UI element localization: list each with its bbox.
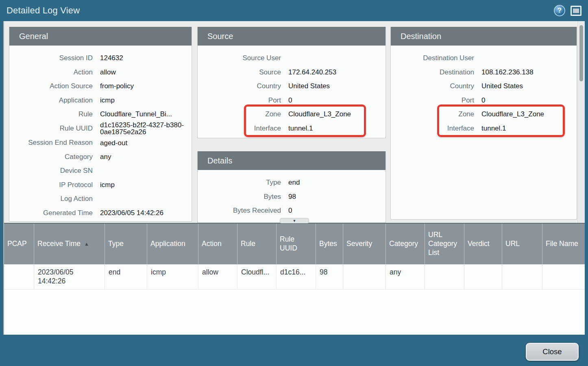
cell-rule-uuid: d1c16... [277, 264, 316, 289]
field-value: 108.162.236.138 [481, 69, 539, 76]
destination-panel-header: Destination [391, 27, 577, 46]
vertical-scrollbar-thumb[interactable] [579, 25, 583, 81]
field-label: Rule UUID [9, 124, 93, 133]
field-value: tunnel.1 [481, 125, 512, 132]
field-label: Bytes Received [198, 207, 281, 215]
field-value: tunnel.1 [288, 125, 319, 132]
log-entries-table: PCAP Receive Time ▲ Type Application Act… [4, 223, 585, 335]
close-button[interactable]: Close [526, 343, 579, 361]
dialog-footer: Close [0, 335, 588, 366]
vertical-scrollbar[interactable] [577, 21, 585, 223]
splitter-handle[interactable]: ▼ [280, 218, 309, 223]
column-header-application[interactable]: Application [147, 224, 198, 264]
column-header-bytes[interactable]: Bytes [316, 224, 343, 264]
column-header-rule-uuid[interactable]: Rule UUID [277, 224, 316, 264]
log-detail-panels-area: General Session ID 124632 Action allow A… [4, 21, 585, 223]
field-label: Port [391, 96, 474, 105]
field-label: Category [9, 153, 93, 161]
table-header-row: PCAP Receive Time ▲ Type Application Act… [4, 223, 585, 264]
column-header-url[interactable]: URL [502, 224, 542, 264]
field-row-source-user: Source User [198, 51, 385, 65]
field-value: allow [100, 69, 122, 76]
column-header-severity[interactable]: Severity [343, 224, 386, 264]
field-label: Destination User [391, 54, 474, 62]
field-row-session-end-reason: Session End Reason aged-out [9, 136, 192, 150]
column-header-file-name[interactable]: File Name [542, 224, 585, 264]
field-row-port: Port 0 [198, 94, 385, 108]
field-label: Session End Reason [9, 139, 93, 147]
detailed-log-view-dialog: Detailed Log View ? General Session ID 1… [0, 0, 588, 366]
field-row-destination-user: Destination User [391, 51, 577, 65]
details-panel-header: Details [198, 151, 385, 170]
column-header-label: Receive Time [37, 240, 81, 248]
field-label: Country [391, 82, 474, 90]
destination-panel: Destination Destination User Destination… [390, 27, 577, 220]
field-row-session-id: Session ID 124632 [9, 51, 192, 65]
field-label: Port [198, 96, 281, 105]
field-value: United States [481, 83, 529, 90]
cell-pcap [4, 264, 34, 289]
help-glyph: ? [558, 7, 562, 15]
field-value: Cloudflare_Tunnel_Bi... [100, 111, 178, 118]
field-label: Generated Time [9, 209, 93, 217]
column-header-type[interactable]: Type [105, 224, 147, 264]
column-header-verdict[interactable]: Verdict [464, 224, 502, 264]
field-label: Session ID [9, 54, 93, 62]
details-panel-body: Type end Bytes 98 Bytes Received 0 [198, 170, 385, 218]
column-header-action[interactable]: Action [198, 224, 237, 264]
field-row-device-sn: Device SN [9, 164, 192, 178]
cell-file-name [542, 264, 585, 289]
dialog-content: General Session ID 124632 Action allow A… [3, 21, 585, 335]
field-row-country: Country United States [391, 79, 577, 94]
field-row-bytes: Bytes 98 [198, 190, 385, 204]
field-value: aged-out [100, 139, 133, 147]
field-value: icmp [100, 181, 120, 189]
field-label: Source [198, 68, 281, 76]
field-value: end [288, 179, 305, 186]
field-row-port: Port 0 [391, 94, 577, 108]
column-header-category[interactable]: Category [386, 224, 425, 264]
field-row-country: Country United States [198, 79, 385, 94]
general-panel-header: General [9, 27, 192, 46]
field-value: United States [288, 83, 335, 90]
field-label: Application [9, 96, 93, 105]
field-row-rule-uuid: Rule UUID d1c16235-b2f2-4327-b380-0ae187… [9, 122, 192, 136]
field-label: Interface [391, 124, 474, 133]
table-row[interactable]: 2023/06/05 14:42:26 end icmp allow Cloud… [4, 264, 585, 290]
field-row-source: Source 172.64.240.253 [198, 65, 385, 80]
field-value: from-policy [100, 83, 139, 90]
help-icon[interactable]: ? [554, 5, 565, 16]
maximize-window-icon[interactable] [571, 6, 581, 16]
cell-application: icmp [147, 264, 198, 289]
field-value: 0 [288, 97, 298, 104]
field-value: 172.64.240.253 [288, 69, 342, 76]
field-value: 124632 [100, 54, 129, 62]
field-row-interface: Interface tunnel.1 [198, 122, 385, 136]
field-value: icmp [100, 97, 120, 104]
column-header-receive-time[interactable]: Receive Time ▲ [34, 224, 105, 264]
cell-bytes: 98 [316, 264, 343, 289]
field-label: Interface [198, 124, 281, 133]
field-label: Zone [198, 110, 281, 118]
field-value: 0 [288, 207, 298, 214]
cell-url [502, 264, 542, 289]
field-label: Zone [391, 110, 474, 118]
column-header-pcap[interactable]: PCAP [4, 224, 34, 264]
column-header-rule[interactable]: Rule [237, 224, 277, 264]
field-label: Source User [198, 54, 281, 62]
general-panel-body: Session ID 124632 Action allow Action So… [9, 46, 192, 220]
column-header-url-category-list[interactable]: URL Category List [425, 224, 464, 264]
source-panel: Source Source User Source 172.64.240.253… [197, 27, 386, 138]
field-row-generated-time: Generated Time 2023/06/05 14:42:26 [9, 206, 192, 220]
general-panel: General Session ID 124632 Action allow A… [9, 27, 192, 222]
field-row-log-action: Log Action [9, 192, 192, 206]
field-row-application: Application icmp [9, 94, 192, 108]
field-row-zone: Zone Cloudflare_L3_Zone [391, 107, 577, 122]
source-panel-header: Source [198, 27, 385, 46]
cell-url-category-list [425, 264, 464, 289]
field-row-bytes-received: Bytes Received 0 [198, 204, 385, 218]
field-label: IP Protocol [9, 181, 93, 189]
cell-receive-time: 2023/06/05 14:42:26 [34, 264, 105, 289]
cell-rule: Cloudfl... [237, 264, 277, 289]
field-row-action-source: Action Source from-policy [9, 79, 192, 94]
